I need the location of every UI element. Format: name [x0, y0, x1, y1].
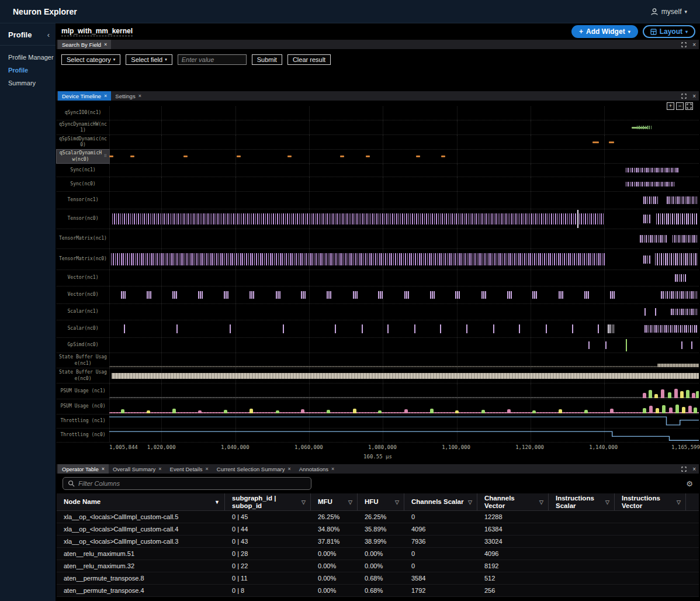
table-row[interactable]: aten__relu_maximum.510 | 280.00%0.00%040…	[57, 548, 699, 560]
row-label-qsyncdynamichw-nc1[interactable]: qSyncDynamicHW(nc1)	[57, 120, 109, 134]
filter-columns-input[interactable]	[63, 477, 311, 490]
close-tab-icon[interactable]: ×	[102, 466, 105, 472]
sidebar-item-profile[interactable]: Profile	[8, 67, 56, 74]
row-label-state-buffer-usage-nc0[interactable]: State Buffer Usage(nc0)	[57, 368, 109, 383]
tab-search-by-field[interactable]: Search By Field×	[58, 40, 111, 49]
row-track-tensor-nc0[interactable]	[109, 209, 699, 229]
close-tab-icon[interactable]: ×	[138, 93, 141, 99]
column-header-node-name[interactable]: Node Name▼	[57, 493, 225, 510]
row-label-sync-nc0[interactable]: Sync(nc0)	[57, 177, 109, 191]
clear-result-button[interactable]: Clear result	[287, 54, 331, 65]
row-track-scalar-nc0[interactable]	[109, 320, 699, 337]
tab-annotations[interactable]: Annotations×	[295, 464, 338, 474]
row-track-vector-nc1[interactable]	[109, 270, 699, 286]
row-label-tensor-nc0[interactable]: Tensor(nc0)	[57, 209, 109, 229]
table-row[interactable]: xla__op_<locals>CallImpl_custom-call.40 …	[57, 523, 699, 536]
tab-settings[interactable]: Settings×	[111, 91, 145, 101]
close-widget-icon[interactable]: ×	[689, 91, 699, 101]
column-header-mfu[interactable]: MFU▽	[311, 493, 358, 510]
row-label-tensormatrix-nc1[interactable]: TensorMatrix(nc1)	[57, 229, 109, 248]
select-field-dropdown[interactable]: Select field ▾	[126, 54, 172, 65]
tab-event-details[interactable]: Event Details×	[166, 464, 213, 474]
row-label-vector-nc0[interactable]: Vector(nc0)	[57, 286, 109, 303]
layout-button[interactable]: Layout ▾	[643, 25, 695, 38]
tab-operator-table[interactable]: Operator Table×	[58, 464, 109, 474]
row-label-qspsimddynamic-nc0[interactable]: qSpSimdDynamic(nc0)	[57, 135, 109, 149]
expand-widget-icon[interactable]	[678, 464, 689, 474]
row-label-qsyncio0-nc1[interactable]: qSyncIO0(nc1)	[57, 106, 109, 120]
table-row[interactable]: aten__permute_transpose.80 | 110.00%0.68…	[57, 572, 699, 585]
sidebar-item-summary[interactable]: Summary	[8, 80, 56, 87]
column-header-instructions-vector[interactable]: Instructions Vector▽	[615, 493, 686, 510]
row-label-psum-usage-nc0[interactable]: PSUM Usage (nc0)	[57, 399, 109, 414]
column-header-channels-vector[interactable]: Channels Vector▽	[477, 493, 549, 510]
sort-icon[interactable]: ▽	[395, 499, 399, 505]
row-label-gpsimd-nc0[interactable]: GpSimd(nc0)	[57, 338, 109, 353]
row-label-vector-nc1[interactable]: Vector(nc1)	[57, 270, 109, 286]
close-tab-icon[interactable]: ×	[331, 466, 334, 472]
row-track-scalar-nc1[interactable]	[109, 304, 699, 320]
row-track-psum-usage-nc1[interactable]	[109, 384, 699, 399]
table-row[interactable]: xla__op_<locals>CallImpl_custom-call.50 …	[57, 511, 699, 523]
zoom-out-button[interactable]: −	[676, 102, 684, 110]
close-tab-icon[interactable]: ×	[104, 42, 107, 47]
tab-device-timeline[interactable]: Device Timeline×	[58, 91, 111, 101]
column-header-hfu[interactable]: HFU▽	[358, 493, 404, 510]
row-label-qscalardynamichw-nc0[interactable]: qScalarDynamicHw(nc0)⠿	[57, 150, 109, 163]
gear-icon[interactable]: ⚙	[686, 479, 693, 488]
row-track-gpsimd-nc0[interactable]	[109, 338, 699, 353]
row-track-vector-nc0[interactable]	[109, 286, 699, 303]
row-label-psum-usage-nc1[interactable]: PSUM Usage (nc1)	[57, 384, 109, 399]
row-track-throttling-nc1[interactable]	[109, 415, 699, 428]
user-menu[interactable]: myself ▾	[650, 8, 687, 16]
row-track-qscalardynamichw-nc0[interactable]	[109, 150, 699, 163]
table-row[interactable]: aten__relu_maximum.320 | 220.00%0.00%081…	[57, 560, 699, 572]
table-row[interactable]: xla__op_<locals>CallImpl_custom-call.30 …	[57, 536, 699, 548]
fit-view-button[interactable]	[685, 102, 693, 110]
close-widget-icon[interactable]: ×	[689, 464, 699, 474]
sidebar-collapse-icon[interactable]: ‹	[47, 30, 50, 39]
row-track-qspsimddynamic-nc0[interactable]	[109, 135, 699, 149]
table-row[interactable]: aten__permute_transpose.40 | 80.00%0.68%…	[57, 585, 699, 597]
row-label-tensor-nc1[interactable]: Tensor(nc1)	[57, 192, 109, 209]
search-value-input[interactable]	[178, 54, 247, 65]
row-label-sync-nc1[interactable]: Sync(nc1)	[57, 164, 109, 177]
row-label-scalar-nc0[interactable]: Scalar(nc0)	[57, 320, 109, 337]
sort-icon[interactable]: ▽	[302, 499, 306, 505]
column-header-subgraph-id-subop-id[interactable]: subgraph_id | subop_id▽	[225, 493, 311, 510]
close-tab-icon[interactable]: ×	[158, 466, 161, 472]
row-label-tensormatrix-nc0[interactable]: TensorMatrix(nc0)	[57, 249, 109, 270]
sort-icon[interactable]: ▽	[605, 499, 609, 505]
close-widget-icon[interactable]: ×	[689, 40, 699, 49]
row-track-sync-nc1[interactable]	[109, 164, 699, 177]
sort-icon[interactable]: ▽	[348, 499, 352, 505]
filter-columns-field[interactable]	[78, 480, 306, 487]
add-widget-button[interactable]: + Add Widget ▾	[571, 25, 638, 38]
submit-button[interactable]: Submit	[252, 54, 282, 65]
close-tab-icon[interactable]: ×	[206, 466, 209, 472]
row-label-scalar-nc1[interactable]: Scalar(nc1)	[57, 304, 109, 320]
row-track-state-buffer-usage-nc0[interactable]	[109, 368, 699, 383]
zoom-in-button[interactable]: +	[667, 102, 674, 110]
row-track-throttling-nc0[interactable]	[109, 429, 699, 442]
row-label-state-buffer-usage-nc1[interactable]: State Buffer Usage(nc1)	[57, 353, 109, 368]
row-label-throttling-nc0[interactable]: Throttling (nc0)	[57, 429, 109, 442]
select-category-dropdown[interactable]: Select category ▾	[61, 54, 120, 65]
row-track-tensor-nc1[interactable]	[109, 192, 699, 209]
row-label-throttling-nc1[interactable]: Throttling (nc1)	[57, 415, 109, 428]
close-tab-icon[interactable]: ×	[104, 93, 107, 99]
row-track-state-buffer-usage-nc1[interactable]	[109, 353, 699, 368]
close-tab-icon[interactable]: ×	[288, 466, 291, 472]
sort-icon[interactable]: ▽	[468, 499, 472, 505]
row-track-qsyncio0-nc1[interactable]	[109, 106, 699, 120]
sort-icon[interactable]: ▼	[214, 499, 220, 505]
expand-widget-icon[interactable]	[678, 40, 689, 49]
sort-icon[interactable]: ▽	[677, 499, 681, 505]
tab-overall-summary[interactable]: Overall Summary×	[109, 464, 166, 474]
tab-current-selection-summary[interactable]: Current Selection Summary×	[213, 464, 295, 474]
sidebar-item-profile-manager[interactable]: Profile Manager	[8, 54, 56, 61]
row-track-psum-usage-nc0[interactable]	[109, 399, 699, 414]
expand-widget-icon[interactable]	[678, 91, 689, 101]
sort-icon[interactable]: ▽	[539, 499, 543, 505]
row-track-qsyncdynamichw-nc1[interactable]	[109, 120, 699, 134]
